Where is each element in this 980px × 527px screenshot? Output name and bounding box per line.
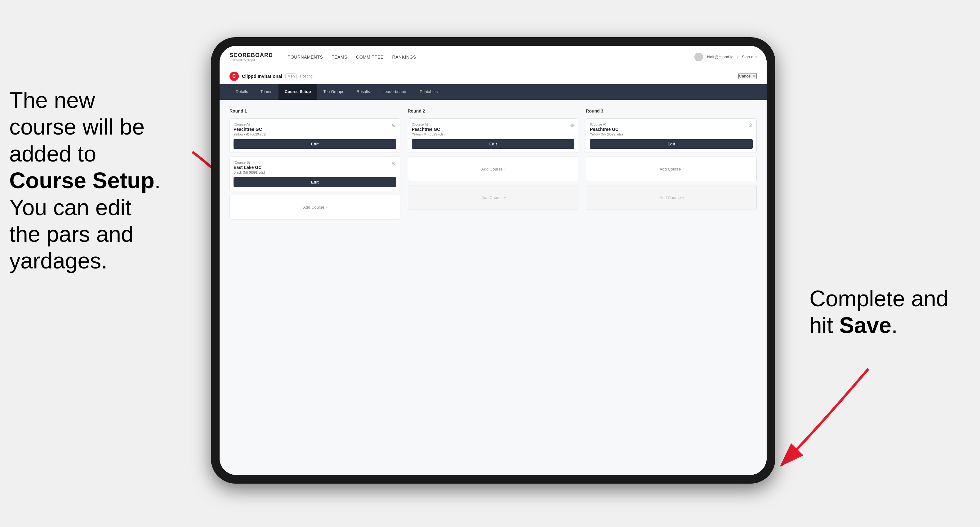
round2-add-course-disabled: Add Course + xyxy=(408,185,579,210)
round1-course-b-label: (Course B) xyxy=(234,160,396,164)
round1-course-a-delete[interactable]: ⊗ xyxy=(391,122,397,128)
tab-bar: Details Teams Course Setup Tee Groups Re… xyxy=(220,84,767,100)
round-1-column: Round 1 ⊗ (Course A) Peachtree GC Yellow… xyxy=(229,108,400,219)
annotation-left-text5: You can edit xyxy=(9,195,132,220)
round1-course-b-delete[interactable]: ⊗ xyxy=(391,160,397,166)
annotation-right-text1: Complete and xyxy=(810,286,948,311)
sign-out-link[interactable]: Sign out xyxy=(742,54,757,59)
tab-teams[interactable]: Teams xyxy=(254,84,278,100)
round2-add-course-active[interactable]: Add Course + xyxy=(408,157,579,181)
round1-course-b-edit[interactable]: Edit xyxy=(234,177,396,187)
round-1-title: Round 1 xyxy=(229,108,400,113)
tournament-info: C Clippd Invitational Men Hosting xyxy=(229,71,313,81)
round2-course-a-name: Peachtree GC xyxy=(412,127,575,132)
round3-course-a-delete[interactable]: ⊗ xyxy=(747,122,753,128)
round3-course-a-name: Peachtree GC xyxy=(590,127,752,132)
round2-course-a-label: (Course A) xyxy=(412,122,575,126)
round3-add-course-label: Add Course + xyxy=(660,167,684,171)
round-2-title: Round 2 xyxy=(408,108,579,113)
annotation-left-text6: the pars and xyxy=(9,222,134,246)
main-content: Round 1 ⊗ (Course A) Peachtree GC Yellow… xyxy=(220,100,767,475)
round1-add-course-label: Add Course + xyxy=(303,205,328,210)
round-3-column: Round 3 ⊗ (Course A) Peachtree GC Yellow… xyxy=(586,108,757,219)
round-3-title: Round 3 xyxy=(586,108,757,113)
annotation-right-text2: hit xyxy=(810,313,839,338)
round-2-column: Round 2 ⊗ (Course A) Peachtree GC Yellow… xyxy=(408,108,579,219)
tablet-screen: SCOREBOARD Powered by clippd TOURNAMENTS… xyxy=(220,46,767,475)
round1-course-a-name: Peachtree GC xyxy=(234,127,396,132)
tab-course-setup[interactable]: Course Setup xyxy=(278,84,317,100)
scoreboard-logo: SCOREBOARD Powered by clippd xyxy=(229,52,273,62)
nav-avatar xyxy=(694,53,703,61)
nav-committee[interactable]: COMMITTEE xyxy=(356,53,383,61)
nav-teams[interactable]: TEAMS xyxy=(331,53,347,61)
round2-course-a-card: ⊗ (Course A) Peachtree GC Yellow (M) (66… xyxy=(408,118,579,153)
round3-course-a-tee: Yellow (M) (6629 yds) xyxy=(590,132,752,136)
annotation-left-text2: course will be xyxy=(9,114,145,139)
tournament-bar: C Clippd Invitational Men Hosting Cancel… xyxy=(220,68,767,84)
annotation-left: The new course will be added to Course S… xyxy=(9,87,189,275)
round3-add-course-disabled-label: Add Course + xyxy=(660,195,684,200)
round3-course-a-card: ⊗ (Course A) Peachtree GC Yellow (M) (66… xyxy=(586,118,757,153)
cancel-button[interactable]: Cancel ✕ xyxy=(738,73,757,79)
round3-course-a-label: (Course A) xyxy=(590,122,752,126)
tab-printables[interactable]: Printables xyxy=(414,84,444,100)
round3-add-course-disabled: Add Course + xyxy=(586,185,757,210)
annotation-save: Save xyxy=(839,313,891,338)
tablet: SCOREBOARD Powered by clippd TOURNAMENTS… xyxy=(211,37,775,484)
round1-course-b-tee: Black (M) (6891 yds) xyxy=(234,170,396,174)
tournament-name: Clippd Invitational xyxy=(242,73,282,79)
annotation-left-text3: added to xyxy=(9,141,96,166)
annotation-left-text7: yardages. xyxy=(9,248,107,273)
nav-right: blair@clippd.io | Sign out xyxy=(694,53,757,61)
rounds-grid: Round 1 ⊗ (Course A) Peachtree GC Yellow… xyxy=(229,108,757,219)
logo-subtitle: Powered by clippd xyxy=(229,59,273,62)
nav-tournaments[interactable]: TOURNAMENTS xyxy=(288,53,323,61)
round2-add-course-label: Add Course + xyxy=(481,167,506,171)
tournament-logo: C xyxy=(229,71,239,81)
round2-course-a-tee: Yellow (M) (6629 yds) xyxy=(412,132,575,136)
round2-add-course-disabled-label: Add Course + xyxy=(481,195,506,200)
tab-details[interactable]: Details xyxy=(229,84,254,100)
round1-course-a-tee: Yellow (M) (6629 yds) xyxy=(234,132,396,136)
round1-course-b-card: ⊗ (Course B) East Lake GC Black (M) (689… xyxy=(229,157,400,191)
round1-course-a-label: (Course A) xyxy=(234,122,396,126)
tab-leaderboards[interactable]: Leaderboards xyxy=(376,84,414,100)
round1-course-a-edit[interactable]: Edit xyxy=(234,139,396,149)
round1-add-course[interactable]: Add Course + xyxy=(229,195,400,219)
annotation-right: Complete and hit Save. xyxy=(810,285,971,339)
arrow-right xyxy=(757,360,887,478)
annotation-left-text: The new xyxy=(9,88,95,113)
nav-rankings[interactable]: RANKINGS xyxy=(392,53,416,61)
nav-email: blair@clippd.io xyxy=(707,54,733,59)
tab-results[interactable]: Results xyxy=(350,84,376,100)
round2-course-a-delete[interactable]: ⊗ xyxy=(569,122,575,128)
tournament-status: Hosting xyxy=(300,74,313,78)
round1-course-b-name: East Lake GC xyxy=(234,165,396,170)
round2-course-a-edit[interactable]: Edit xyxy=(412,139,575,149)
annotation-course-setup: Course Setup xyxy=(9,168,154,193)
logo-title: SCOREBOARD xyxy=(229,52,273,59)
tab-tee-groups[interactable]: Tee Groups xyxy=(317,84,350,100)
nav-items: TOURNAMENTS TEAMS COMMITTEE RANKINGS xyxy=(288,53,684,61)
round3-add-course-active[interactable]: Add Course + xyxy=(586,157,757,181)
top-nav: SCOREBOARD Powered by clippd TOURNAMENTS… xyxy=(220,46,767,68)
round1-course-a-card: ⊗ (Course A) Peachtree GC Yellow (M) (66… xyxy=(229,118,400,153)
round3-course-a-edit[interactable]: Edit xyxy=(590,139,752,149)
tournament-gender: Men xyxy=(285,73,297,79)
